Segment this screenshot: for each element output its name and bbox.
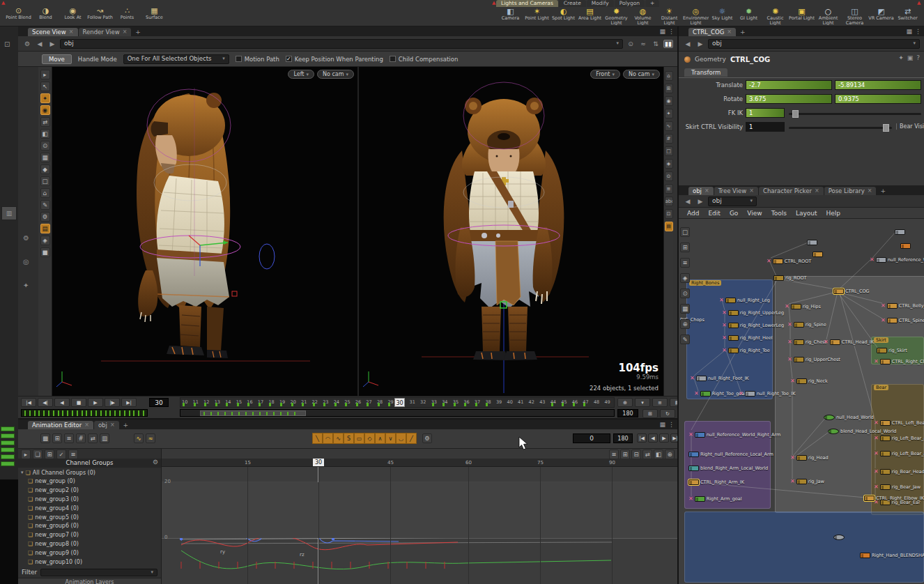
net-node-null-head-world[interactable]: null_Head_World xyxy=(824,414,874,420)
vp-right-tool-11-icon[interactable]: ⊡ xyxy=(665,209,673,219)
net-node-rig-right-heel[interactable]: ✕rig_Right_Heel xyxy=(722,335,773,341)
net-node-right-toe-goal[interactable]: ✕Right_Toe_goal xyxy=(694,390,746,397)
net-node-null-right-leg[interactable]: ✕null_Right_Leg xyxy=(719,297,770,303)
param-field-fk-ik[interactable]: 1 xyxy=(746,108,785,118)
menu-view[interactable]: View xyxy=(747,210,762,217)
net-node-rig-right-toe[interactable]: ✕rig_Right_Toe xyxy=(722,347,770,353)
filter-icon[interactable]: ≈ xyxy=(638,40,648,47)
curve-tool-1-icon[interactable]: ≈ xyxy=(146,433,155,443)
range-slider[interactable] xyxy=(180,409,615,417)
net-node-ctrl-right-clav[interactable]: ✕CTRL_Right_Clav xyxy=(874,358,924,364)
transport-item[interactable]: |◀ xyxy=(21,398,36,407)
keyframe-overview-bar[interactable] xyxy=(21,409,148,417)
net-node-ctrl-cog[interactable]: CTRL_COG xyxy=(833,288,870,294)
net-tool-7-icon[interactable]: ✎ xyxy=(680,335,690,344)
curve-tool-0-icon[interactable]: ∿ xyxy=(134,433,144,443)
slider-handle[interactable] xyxy=(792,110,799,118)
shelf-new-tab[interactable]: + xyxy=(645,0,659,7)
header-icon-1[interactable]: ▣ xyxy=(907,54,914,61)
pause-button[interactable]: ▮▮ xyxy=(663,40,673,48)
net-node-right-null-reference-local-arm[interactable]: Right_null_Reference_Local_Arm xyxy=(688,451,773,457)
vp-left-tool-1-icon[interactable]: ↖ xyxy=(40,82,50,91)
pane-menu-icon[interactable]: ⋮ xyxy=(915,28,921,35)
frame-39[interactable]: 39 xyxy=(496,399,502,405)
anim-tool-2-icon[interactable]: ≡ xyxy=(64,433,74,443)
anim-transport-item[interactable]: ▶ xyxy=(659,433,669,443)
vp-left-tool-13-icon[interactable]: ▤ xyxy=(40,224,50,233)
vp-left-tool-0-icon[interactable]: ▸ xyxy=(40,70,50,79)
channel-group-row[interactable]: ▾❏All Channel Groups (0) xyxy=(21,468,95,477)
header-icon-2[interactable]: ? xyxy=(916,54,920,61)
stowed-tab-4[interactable] xyxy=(1,454,15,459)
param-slider[interactable] xyxy=(789,127,892,129)
filter-input[interactable]: ▾ xyxy=(40,569,157,576)
shelf-tool-point-blend[interactable]: ⊙Point Blend xyxy=(6,6,31,20)
vp-right-tool-1-icon[interactable]: ⊞ xyxy=(665,84,673,93)
view-menu-button[interactable]: Front▾ xyxy=(590,70,620,79)
net-tool-4-icon[interactable]: ⊙ xyxy=(680,289,690,298)
param-path-input[interactable]: obj ▾ xyxy=(708,39,920,49)
transport-item[interactable]: ◀ xyxy=(54,398,70,407)
transport-item[interactable]: ■ xyxy=(71,398,86,407)
menu-layout[interactable]: Layout xyxy=(796,210,817,217)
net-node-rig-jaw[interactable]: ✕rig_Jaw xyxy=(790,478,824,484)
channel-tool-3-icon[interactable]: ✓ xyxy=(56,449,66,459)
channel-group-row[interactable]: ❏new_group7 (0) xyxy=(28,531,79,539)
shelf-scroll-icon[interactable]: ▲ xyxy=(1,0,5,6)
shelf-scroll-icon[interactable]: ▲ xyxy=(492,0,495,6)
shelf-tab-modify[interactable]: Modify xyxy=(587,0,614,7)
interp-8-button[interactable]: ◡ xyxy=(396,433,406,444)
shelf-tool-points[interactable]: ∴Points xyxy=(114,6,140,20)
playbar-row2-icon-1[interactable]: ↻ xyxy=(660,409,675,418)
transport-item[interactable]: ◀| xyxy=(38,398,53,407)
shelf-tool-look-at[interactable]: ◉Look At xyxy=(60,6,86,20)
interp-7-button[interactable]: ∨ xyxy=(385,433,396,444)
forward-icon[interactable]: ▶ xyxy=(47,40,57,47)
menu-help[interactable]: Help xyxy=(826,210,841,217)
net-node-rig-chest[interactable]: ✕rig_Chest xyxy=(787,339,826,345)
vp-left-tool-9-icon[interactable]: □ xyxy=(40,176,50,186)
selection-mode-dropdown[interactable]: One For All Selected Objects ▾ xyxy=(123,54,229,64)
frame-42[interactable]: 42 xyxy=(529,399,534,405)
shelf-tool-sky-light[interactable]: ☼Sky Light xyxy=(709,7,735,25)
tab-new-tab[interactable]: + xyxy=(132,28,144,36)
graph-tool-4-icon[interactable]: ◧ xyxy=(654,449,663,459)
net-node-rig-spine[interactable]: ✕rig_Spine xyxy=(787,321,826,328)
vp-left-tool-15-icon[interactable]: ■ xyxy=(40,247,50,257)
tree-toggle-icon[interactable]: ▾ xyxy=(21,470,24,475)
node-name[interactable]: CTRL_COG xyxy=(730,56,770,63)
pane-grid-icon[interactable]: ▦ xyxy=(906,28,912,35)
vp-left-tool-14-icon[interactable]: ◈ xyxy=(40,236,50,245)
net-node-ctrl-head-ik[interactable]: ✕CTRL_Head_IK xyxy=(824,339,874,345)
pin-icon[interactable]: ⊙ xyxy=(626,40,636,47)
anim-transport-item[interactable]: ◀ xyxy=(648,433,658,443)
vp-right-tool-10-icon[interactable]: abc xyxy=(665,197,673,206)
tab-obj[interactable]: obj× xyxy=(688,187,714,195)
stowed-tab-3[interactable] xyxy=(1,447,15,452)
interp-4-button[interactable]: ▭ xyxy=(354,433,364,444)
tab-tree-view[interactable]: Tree View× xyxy=(714,187,758,195)
viewport-front-view[interactable]: 104fps 9.59ms 224 objects, 1 selected Fr… xyxy=(359,67,663,396)
net-node-rig-skirt[interactable]: rig_Skirt xyxy=(877,347,907,353)
net-tool-3-icon[interactable]: ◈ xyxy=(680,273,690,283)
graph-tool-2-icon[interactable]: ⊟ xyxy=(631,449,641,459)
back-icon[interactable]: ◀ xyxy=(683,198,693,205)
ring-icon[interactable]: ◎ xyxy=(23,258,29,266)
net-node-chip[interactable] xyxy=(895,229,905,235)
net-node-ctrl-root[interactable]: ✕CTRL_ROOT xyxy=(767,258,811,264)
vp-left-tool-10-icon[interactable]: ⌂ xyxy=(40,188,50,198)
vp-left-tool-7-icon[interactable]: ▦ xyxy=(40,153,50,162)
shelf-tool-vr-camera[interactable]: ◩VR Camera xyxy=(868,7,894,25)
camera-menu-button[interactable]: No cam▾ xyxy=(317,70,354,79)
gear-icon[interactable]: ⚙ xyxy=(422,433,432,443)
vp-right-tool-12-icon[interactable]: ▤ xyxy=(665,222,673,231)
link-icon[interactable]: ⊡ xyxy=(4,40,10,48)
net-node-ctrl-left-bear-arm-ik[interactable]: ✕CTRL_Left_Bear_Arm_IK xyxy=(874,420,924,426)
scene-path-input[interactable]: obj ▾ xyxy=(60,39,623,49)
tab-new-tab[interactable]: + xyxy=(737,28,749,36)
graph-ruler[interactable]: 15304560759030 xyxy=(162,459,677,467)
shelf-tool-point-light[interactable]: ✶Point Light xyxy=(524,7,550,25)
net-tool-1-icon[interactable]: ⊞ xyxy=(680,243,690,252)
pane-menu-icon[interactable]: ⋮ xyxy=(668,28,675,35)
frame-ruler[interactable]: 1011121314151617181920212223242526272829… xyxy=(180,397,615,408)
